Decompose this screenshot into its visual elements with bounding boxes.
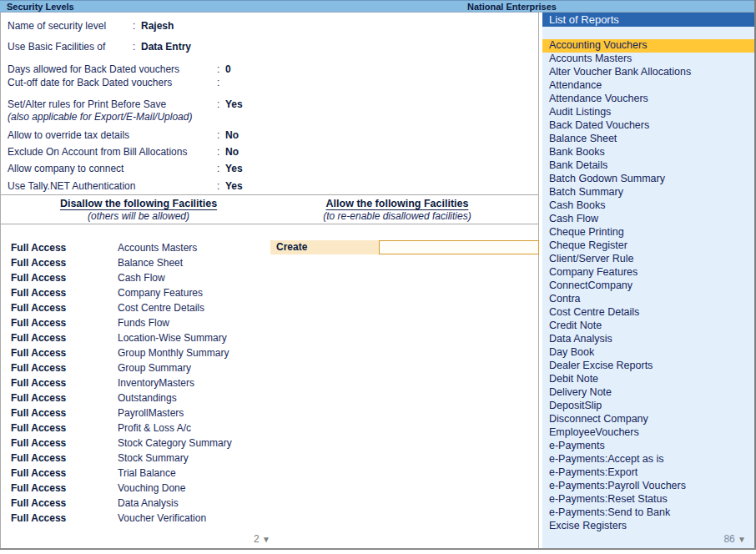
report-item[interactable]: Alter Voucher Bank Allocations	[542, 66, 754, 79]
facility-name[interactable]: Data Analysis	[118, 497, 179, 509]
allow-facility-input[interactable]	[379, 240, 539, 254]
right-page-indicator[interactable]: 86 ▼	[542, 533, 746, 545]
facility-name[interactable]: PayrollMasters	[118, 407, 184, 419]
access-level-value[interactable]: Full Access	[11, 422, 66, 434]
access-level-value[interactable]: Full Access	[11, 437, 66, 449]
report-item[interactable]: Disconnect Company	[542, 413, 754, 426]
report-item[interactable]: Cost Centre Details	[542, 306, 754, 320]
field-value[interactable]: 0	[225, 63, 231, 75]
access-level-value[interactable]: Full Access	[11, 287, 66, 299]
facility-name[interactable]: Balance Sheet	[118, 257, 183, 269]
colon-separator: :	[217, 77, 219, 88]
facility-name[interactable]: Company Features	[118, 287, 203, 299]
report-item[interactable]: Batch Summary	[542, 186, 754, 199]
field-value[interactable]: Data Entry	[141, 41, 191, 53]
report-item[interactable]: Batch Godown Summary	[542, 173, 754, 186]
facility-name[interactable]: Group Summary	[118, 362, 191, 374]
access-level-value[interactable]: Full Access	[11, 452, 66, 464]
report-item[interactable]: e-Payments:Reset Status	[542, 493, 754, 506]
field-value[interactable]: Yes	[225, 163, 243, 174]
access-level-value[interactable]: Full Access	[11, 377, 66, 389]
access-level-value[interactable]: Full Access	[11, 242, 66, 254]
field-value[interactable]: Yes	[225, 98, 243, 110]
field-label: Use Basic Facilities of	[8, 41, 105, 53]
facility-name[interactable]: Stock Category Summary	[118, 437, 232, 449]
report-item-label: Cheque Printing	[549, 226, 624, 238]
report-item[interactable]: Debit Note	[542, 373, 754, 386]
report-item[interactable]: Attendance	[542, 79, 754, 93]
report-item[interactable]: Client/Server Rule	[542, 253, 754, 266]
report-item[interactable]: Cash Books	[542, 199, 754, 213]
report-item-label: Cash Flow	[549, 213, 598, 224]
facility-row: Full AccessOutstandings	[1, 392, 276, 407]
report-item[interactable]: Contra	[542, 293, 754, 306]
report-item[interactable]: Cash Flow	[542, 213, 754, 226]
access-level-value[interactable]: Full Access	[11, 512, 66, 524]
report-item[interactable]: Balance Sheet	[542, 133, 754, 146]
report-item[interactable]: EmployeeVouchers	[542, 426, 754, 440]
report-item[interactable]: Company Features	[542, 266, 754, 280]
report-item[interactable]: Attendance Vouchers	[542, 93, 754, 106]
facility-name[interactable]: Stock Summary	[118, 452, 189, 464]
report-item[interactable]: Bank Details	[542, 159, 754, 173]
report-item[interactable]: Excise Registers	[542, 520, 754, 533]
report-item-selected[interactable]: Accounting Vouchers	[542, 39, 754, 53]
access-level-value[interactable]: Full Access	[11, 332, 66, 344]
access-level-value[interactable]: Full Access	[11, 257, 66, 269]
report-item-label: Credit Note	[549, 320, 602, 331]
report-item[interactable]: Credit Note	[542, 320, 754, 333]
report-item[interactable]: Cheque Register	[542, 239, 754, 253]
report-item[interactable]: Audit Listings	[542, 106, 754, 119]
facility-name[interactable]: Group Monthly Summary	[118, 347, 229, 359]
report-item[interactable]: e-Payments:Payroll Vouchers	[542, 480, 754, 493]
facility-name[interactable]: Funds Flow	[118, 317, 169, 329]
facility-name[interactable]: Accounts Masters	[118, 242, 197, 254]
facility-name[interactable]: InventoryMasters	[118, 377, 194, 389]
field-value[interactable]: Yes	[225, 180, 243, 192]
facility-name[interactable]: Cost Centre Details	[118, 302, 204, 314]
facility-name[interactable]: Profit & Loss A/c	[118, 422, 191, 434]
facility-name[interactable]: Location-Wise Summary	[118, 332, 227, 344]
report-item[interactable]: Dealer Excise Reports	[542, 360, 754, 373]
report-item[interactable]: Bank Books	[542, 146, 754, 159]
access-level-value[interactable]: Full Access	[11, 362, 66, 374]
report-item[interactable]: DepositSlip	[542, 400, 754, 413]
report-item[interactable]: Delivery Note	[542, 386, 754, 400]
access-level-value[interactable]: Full Access	[11, 482, 66, 494]
access-level-value[interactable]: Full Access	[11, 392, 66, 404]
report-item[interactable]: e-Payments:Accept as is	[542, 453, 754, 466]
facility-name[interactable]: Cash Flow	[118, 272, 165, 284]
colon-separator: :	[217, 63, 219, 75]
access-level-value[interactable]: Full Access	[11, 302, 66, 314]
report-item[interactable]: Day Book	[542, 346, 754, 360]
facility-name[interactable]: Voucher Verification	[118, 512, 206, 524]
access-level-value[interactable]: Full Access	[11, 347, 66, 359]
report-item-label: Dealer Excise Reports	[549, 360, 653, 371]
report-item[interactable]: ConnectCompany	[542, 280, 754, 293]
report-item[interactable]: Cheque Printing	[542, 226, 754, 239]
report-item[interactable]: e-Payments:Export	[542, 466, 754, 480]
field-label: Set/Alter rules for Print Before Save	[8, 98, 166, 110]
facility-name[interactable]: Trial Balance	[118, 467, 176, 479]
field-value[interactable]: No	[225, 129, 239, 141]
access-level-value[interactable]: Full Access	[11, 497, 66, 509]
form-row: Allow to override tax details : No	[1, 129, 538, 142]
colon-separator: :	[217, 129, 219, 141]
report-item-label: Attendance Vouchers	[549, 93, 648, 104]
report-item[interactable]: Data Analysis	[542, 333, 754, 346]
facility-name[interactable]: Vouching Done	[118, 482, 185, 494]
facility-name[interactable]: Outstandings	[118, 392, 177, 404]
field-value[interactable]: No	[225, 146, 239, 158]
report-item[interactable]: Back Dated Vouchers	[542, 119, 754, 133]
report-item[interactable]: e-Payments:Send to Bank	[542, 506, 754, 520]
facility-row: Full AccessStock Summary	[1, 452, 276, 467]
left-page-indicator[interactable]: 2 ▼	[254, 533, 270, 545]
access-level-value[interactable]: Full Access	[11, 272, 66, 284]
access-level-value[interactable]: Full Access	[11, 467, 66, 479]
field-value[interactable]: Rajesh	[141, 20, 174, 32]
create-permission-cell[interactable]: Create	[270, 240, 379, 254]
access-level-value[interactable]: Full Access	[11, 317, 66, 329]
access-level-value[interactable]: Full Access	[11, 407, 66, 419]
report-item[interactable]: e-Payments	[542, 440, 754, 453]
report-item[interactable]: Accounts Masters	[542, 53, 754, 66]
